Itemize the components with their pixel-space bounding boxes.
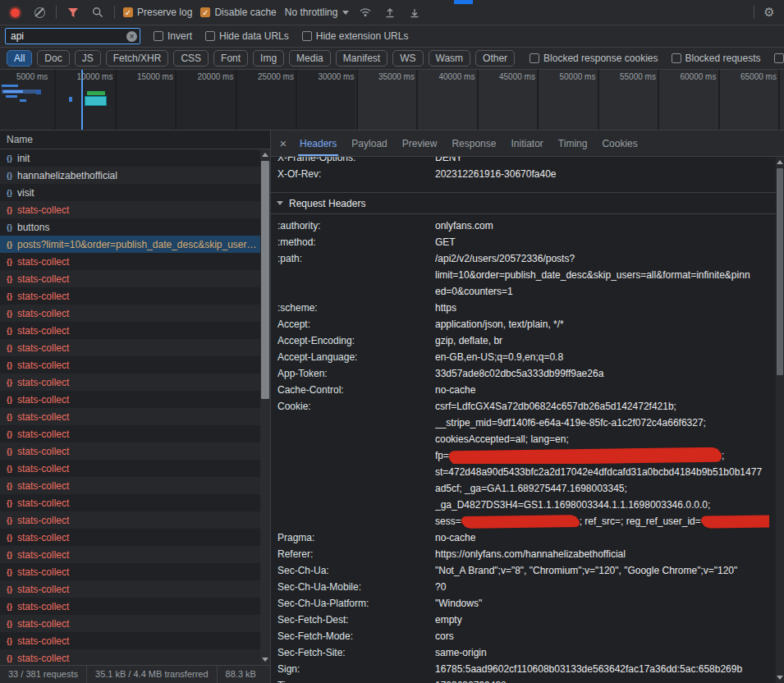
checkbox-invert[interactable]: Invert [154, 30, 192, 42]
throttling-dropdown[interactable]: No throttling [285, 7, 350, 18]
request-row[interactable]: {}stats-collect [0, 494, 260, 511]
header-value-line: gzip, deflate, br [435, 332, 769, 349]
clear-icon [34, 7, 45, 18]
filter-pill-font[interactable]: Font [213, 50, 248, 66]
scrollbar-thumb[interactable] [261, 161, 269, 399]
request-row[interactable]: {}posts?limit=10&order=publish_date_desc… [0, 236, 260, 253]
headers-content: X-Frame-Options:DENYX-Of-Rev:20231226191… [271, 157, 784, 683]
tab-cookies[interactable]: Cookies [594, 131, 644, 156]
filter-pill-js[interactable]: JS [75, 50, 101, 66]
request-row[interactable]: {}stats-collect [0, 598, 260, 615]
scroll-down-arrow[interactable] [262, 658, 268, 662]
request-headers-section-toggle[interactable]: Request Headers [271, 192, 776, 214]
tab-payload[interactable]: Payload [344, 131, 394, 156]
filter-pill-wasm[interactable]: Wasm [429, 50, 471, 66]
timeline-gridline [175, 70, 177, 130]
gear-icon: ⚙ [763, 5, 774, 20]
request-row[interactable]: {}stats-collect [0, 580, 260, 598]
disable-cache-checkbox[interactable]: ✓ Disable cache [200, 7, 276, 18]
request-row[interactable]: {}stats-collect [0, 477, 260, 494]
scroll-up-arrow[interactable] [777, 160, 783, 164]
close-details-button[interactable]: × [274, 136, 292, 150]
request-row[interactable]: {}stats-collect [0, 374, 260, 391]
filter-pill-css[interactable]: CSS [173, 50, 209, 66]
filter-pill-img[interactable]: Img [253, 50, 284, 66]
tab-preview[interactable]: Preview [395, 131, 445, 156]
request-row[interactable]: {}stats-collect [0, 339, 260, 356]
request-list-scrollbar[interactable] [260, 149, 270, 665]
scrollbar-thumb[interactable] [777, 168, 783, 375]
network-toolbar: ✓ Preserve log ✓ Disable cache No thrott… [0, 0, 784, 25]
checkbox-hide-extension-urls[interactable]: Hide extension URLs [302, 30, 409, 42]
request-row[interactable]: {}stats-collect [0, 253, 260, 270]
request-row[interactable]: {}stats-collect [0, 287, 260, 305]
request-row[interactable]: {}stats-collect [0, 201, 260, 218]
scroll-up-arrow[interactable] [262, 153, 268, 157]
tab-response[interactable]: Response [444, 131, 503, 156]
request-row[interactable]: {}stats-collect [0, 425, 260, 442]
header-value-line: ad5cf; _ga=GA1.1.689275447.1698003345; [435, 480, 769, 497]
script-braces-icon: {} [7, 206, 12, 214]
record-button[interactable] [7, 4, 23, 21]
network-conditions-button[interactable] [357, 4, 374, 21]
header-value-line: no-cache [435, 382, 769, 398]
waterfall-activity [20, 99, 26, 102]
header-value: DENY [435, 157, 769, 166]
scroll-down-arrow[interactable] [777, 676, 783, 680]
details-tabs: HeadersPayloadPreviewResponseInitiatorTi… [292, 131, 645, 156]
section-title: Request Headers [289, 198, 365, 209]
request-row[interactable]: {}stats-collect [0, 649, 260, 665]
waterfall-activity [36, 89, 41, 94]
filter-pill-doc[interactable]: Doc [37, 50, 69, 66]
request-row[interactable]: {}stats-collect [0, 563, 260, 580]
request-row[interactable]: {}stats-collect [0, 546, 260, 563]
request-row[interactable]: {}stats-collect [0, 322, 260, 339]
request-row[interactable]: {}visit [0, 184, 260, 201]
filter-toggle-button[interactable] [65, 4, 81, 21]
timeline-overview[interactable]: 5000 ms10000 ms15000 ms20000 ms25000 ms3… [0, 70, 784, 131]
preserve-log-checkbox[interactable]: ✓ Preserve log [123, 7, 192, 18]
settings-button[interactable]: ⚙ [761, 4, 777, 21]
request-row[interactable]: {}buttons [0, 218, 260, 236]
filter-pill-manifest[interactable]: Manifest [336, 50, 387, 66]
request-row[interactable]: {}stats-collect [0, 615, 260, 632]
request-row[interactable]: {}stats-collect [0, 270, 260, 287]
checkbox-blocked-requests[interactable]: Blocked requests [672, 53, 761, 64]
request-row[interactable]: {}stats-collect [0, 442, 260, 460]
filter-pill-fetch-xhr[interactable]: Fetch/XHR [106, 50, 169, 66]
checkbox-blocked-response-cookies[interactable]: Blocked response cookies [530, 53, 658, 64]
checkbox-hide-data-urls[interactable]: Hide data URLs [205, 30, 289, 42]
filter-pill-other[interactable]: Other [475, 50, 515, 66]
export-har-button[interactable] [406, 4, 423, 21]
column-header-name[interactable]: Name [0, 131, 270, 149]
request-row[interactable]: {}stats-collect [0, 632, 260, 649]
request-row[interactable]: {}hannahelizabethofficial [0, 167, 260, 184]
filter-pill-ws[interactable]: WS [392, 50, 423, 66]
checkbox-icon [205, 31, 215, 41]
header-value-line: 16785:5aad9602cf110608b03133de563642fac1… [435, 661, 769, 677]
clear-button[interactable] [31, 4, 48, 21]
header-name: Sec-Fetch-Dest: [277, 612, 435, 628]
tab-headers[interactable]: Headers [292, 131, 344, 156]
tab-timing[interactable]: Timing [551, 131, 595, 156]
search-button[interactable] [89, 4, 106, 21]
request-row[interactable]: {}stats-collect [0, 460, 260, 477]
details-scrollbar[interactable] [776, 157, 784, 683]
request-row[interactable]: {}stats-collect [0, 391, 260, 408]
request-row[interactable]: {}stats-collect [0, 511, 260, 529]
filter-pill-all[interactable]: All [7, 50, 32, 66]
request-row[interactable]: {}stats-collect [0, 529, 260, 546]
import-har-button[interactable] [382, 4, 398, 21]
request-row[interactable]: {}stats-collect [0, 356, 260, 374]
filter-input[interactable] [5, 28, 140, 44]
filter-pill-media[interactable]: Media [289, 50, 331, 66]
tab-initiator[interactable]: Initiator [503, 131, 550, 156]
request-row[interactable]: {}init [0, 149, 260, 167]
checkbox-3rd-party-requests[interactable]: 3rd-party requests [774, 53, 784, 64]
clear-filter-icon[interactable]: × [126, 31, 137, 42]
header-value: no-cache [435, 382, 769, 398]
request-row[interactable]: {}stats-collect [0, 305, 260, 322]
request-row[interactable]: {}stats-collect [0, 408, 260, 425]
timeline-tick-label: 35000 ms [378, 72, 415, 81]
checkbox-label: Hide data URLs [219, 30, 289, 42]
